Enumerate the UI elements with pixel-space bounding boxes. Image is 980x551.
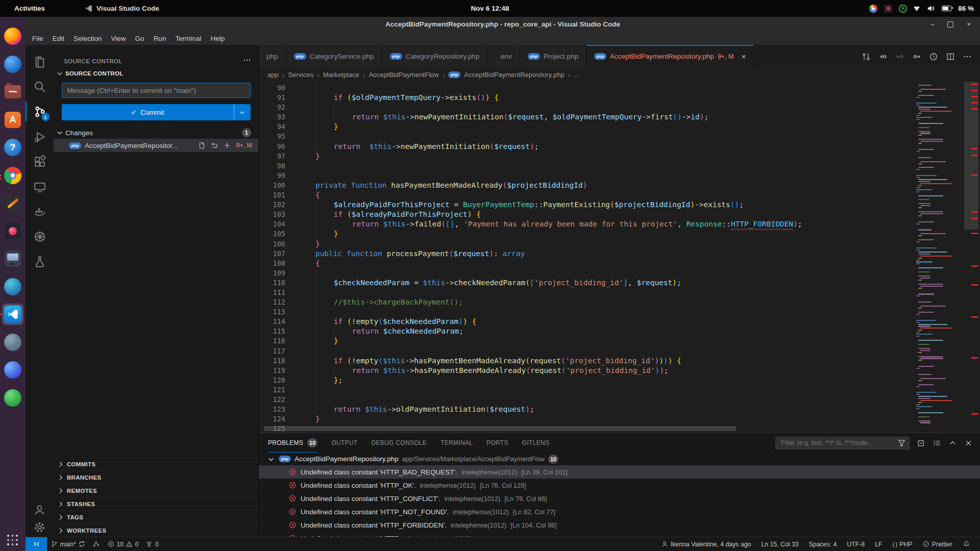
tab-php[interactable]: php [259,45,286,68]
panel-tab-terminal[interactable]: TERMINAL [440,433,473,453]
activity-bar-testing[interactable] [26,249,54,274]
horizontal-scrollbar[interactable] [264,426,736,431]
activity-bar-extensions[interactable] [26,149,54,174]
previous-change-icon[interactable] [895,52,904,61]
battery-icon[interactable] [942,6,951,11]
activity-bar-settings-gear[interactable] [33,521,46,534]
changes-section-header[interactable]: Changes 1 [54,127,258,139]
problems-file-group[interactable]: php AcceptBidPaymentRepository.php app/S… [259,453,980,465]
formatter-indicator[interactable]: Prettier [917,540,957,548]
menu-item-selection[interactable]: Selection [69,35,107,42]
commit-button[interactable]: ✓ Commit [62,104,251,120]
vertical-scrollbar[interactable] [963,82,980,433]
timeline-icon[interactable] [929,52,938,61]
dock-icon-remote-desktop[interactable] [2,276,23,297]
panel-tab-output[interactable]: OUTPUT [331,433,357,453]
dock-icon-screen-recorder[interactable] [2,220,23,242]
menu-item-help[interactable]: Help [206,35,229,42]
dock-icon-chrome[interactable] [2,165,23,186]
eol-indicator[interactable]: LF [870,541,887,548]
breadcrumb-item[interactable]: ... [574,71,579,79]
close-window-button[interactable]: × [967,20,971,28]
dock-icon-files[interactable] [2,81,23,103]
commit-message-input[interactable] [62,83,251,98]
dock-icon-ubuntu-software[interactable]: A [2,109,23,131]
problem-row[interactable]: Undefined class constant 'HTTP_CONFLICT'… [259,492,980,505]
focused-app-indicator[interactable]: Visual Studio Code [85,5,159,12]
activity-bar-docker[interactable] [26,199,54,224]
minimap[interactable] [913,83,963,433]
clock[interactable]: Nov 6 12:48 [471,5,509,12]
breadcrumb-item[interactable]: AcceptBidPaymentRepository.php [464,71,564,79]
cursor-position[interactable]: Ln 15, Col 33 [756,541,803,548]
sidebar-section-commits[interactable]: COMMITS [54,457,258,470]
dock-icon-docker[interactable] [2,332,23,353]
problem-row[interactable]: Undefined class constant 'HTTP_NOT_FOUND… [259,505,980,518]
problems-filter[interactable] [775,437,910,449]
menu-item-view[interactable]: View [107,35,131,42]
tab-categoryservice-php[interactable]: phpCategoryService.php [286,45,382,68]
discard-changes-icon[interactable] [210,141,218,149]
activities-button[interactable]: Activities [0,5,52,12]
gitlens-blame[interactable]: Ikenna Valentine, 4 days ago [656,540,756,548]
dock-icon-displays[interactable] [2,248,23,269]
tab-project-php[interactable]: phpProject.php [520,45,586,68]
dock-icon-thunderbird[interactable] [2,54,23,75]
breadcrumb-item[interactable]: Marketplace [323,71,359,79]
changed-file-row[interactable]: php AcceptBidPaymentRepositor... 9+, M [54,139,258,152]
problem-row[interactable]: Undefined class constant 'HTTP_...'.inte… [259,532,980,537]
screenshot-tray-icon[interactable] [884,5,892,13]
menu-item-go[interactable]: Go [131,35,149,42]
problems-indicator[interactable]: 10 0 [104,537,142,551]
ports-indicator[interactable]: 0 [142,537,162,551]
commit-dropdown-button[interactable] [234,104,251,120]
compare-changes-icon[interactable] [862,52,871,61]
dock-icon-green-app[interactable] [2,387,23,409]
show-applications-button[interactable] [7,535,18,546]
tab--env[interactable]: .env [487,45,520,68]
menu-item-terminal[interactable]: Terminal [170,35,206,42]
volume-icon[interactable] [926,4,935,13]
dock-icon-firefox[interactable] [2,26,23,47]
problems-filter-input[interactable] [780,439,897,447]
problem-row[interactable]: Undefined class constant 'HTTP_FORBIDDEN… [259,518,980,532]
open-changes-icon[interactable] [878,52,888,61]
menu-item-file[interactable]: File [28,35,48,42]
notifications-bell[interactable] [958,540,975,548]
activity-bar-explorer[interactable] [26,49,54,74]
next-change-icon[interactable] [912,52,921,61]
chrome-tray-icon[interactable] [869,5,877,13]
remote-indicator[interactable] [26,537,47,551]
maximize-panel-icon[interactable] [948,439,957,447]
minimize-button[interactable]: – [930,20,934,28]
panel-tab-debug-console[interactable]: DEBUG CONSOLE [372,433,427,453]
menu-item-run[interactable]: Run [149,35,171,42]
activity-bar-search[interactable] [26,74,54,99]
source-control-section-header[interactable]: SOURCE CONTROL [54,67,258,80]
view-mode-icon[interactable] [933,439,941,447]
collapse-all-icon[interactable] [917,439,925,447]
close-panel-icon[interactable] [964,439,973,447]
problem-row[interactable]: Undefined class constant 'HTTP_OK'.intel… [259,479,980,492]
close-tab-icon[interactable]: × [742,52,746,61]
breadcrumb-item[interactable]: app [267,71,279,79]
panel-tab-ports[interactable]: PORTS [486,433,508,453]
panel-tab-problems[interactable]: PROBLEMS10 [268,433,317,453]
dock-icon-ide[interactable] [2,359,23,381]
network-icon[interactable] [914,7,920,11]
activity-bar-account[interactable] [33,504,46,516]
activity-bar-remote-explorer[interactable] [26,174,54,199]
indentation-indicator[interactable]: Spaces: 4 [804,541,842,548]
activity-bar-source-control[interactable]: 1 [26,99,54,124]
dock-icon-help[interactable]: ? [2,137,23,158]
sidebar-section-worktrees[interactable]: WORKTREES [54,523,258,537]
sidebar-more-actions-icon[interactable] [243,56,251,64]
more-actions-icon[interactable] [963,52,972,61]
language-mode[interactable]: { } PHP [888,541,918,548]
sidebar-section-remotes[interactable]: REMOTES [54,484,258,497]
activity-bar-run-debug[interactable] [26,124,54,149]
tab-categoryrepository-php[interactable]: phpCategoryRepository.php [382,45,488,68]
restore-button[interactable] [947,21,953,28]
problem-row[interactable]: Undefined class constant 'HTTP_BAD_REQUE… [259,465,980,479]
menu-item-edit[interactable]: Edit [48,35,69,42]
